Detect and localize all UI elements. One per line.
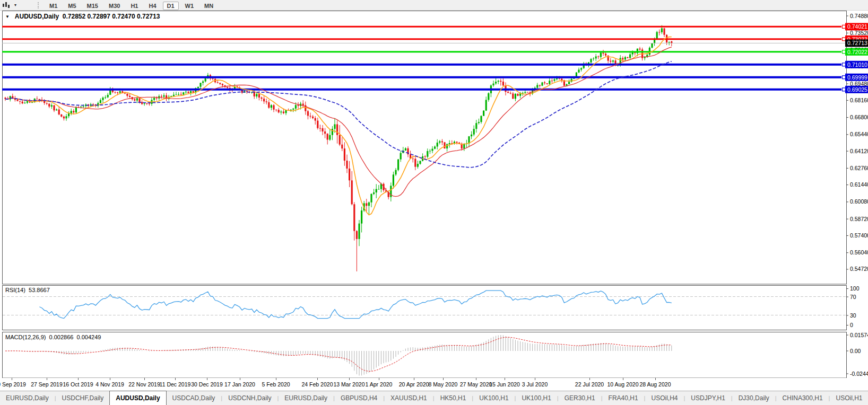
date-label: 16 Oct 2019 <box>63 381 93 388</box>
rsi-label: RSI(14) 53.8667 <box>5 287 50 293</box>
date-label: 17 Jan 2020 <box>224 381 255 388</box>
macd-main-value: 0.002866 <box>49 334 74 340</box>
timeframe-button-m1[interactable]: M1 <box>45 2 62 10</box>
date-tick <box>476 378 476 380</box>
date-tick <box>207 378 207 380</box>
timeframe-button-m30[interactable]: M30 <box>105 2 124 10</box>
svg-text:0.72022: 0.72022 <box>847 49 867 55</box>
date-label: 11 Dec 2019 <box>160 381 191 388</box>
date-tick <box>414 378 414 380</box>
date-tick <box>349 378 350 380</box>
date-label: 8 May 2020 <box>429 381 458 388</box>
tab-usdchf-daily[interactable]: USDCHF,Daily <box>56 391 110 405</box>
tab-eurusd-daily[interactable]: EURUSD,Daily <box>0 391 55 405</box>
chart-tool-icon[interactable] <box>4 2 13 8</box>
price-tick-label: 0.73520 <box>850 30 868 36</box>
price-tick-label: 0.57400 <box>850 232 868 239</box>
date-axis: 9 Sep 201927 Sep 201916 Oct 20194 Nov 20… <box>0 378 868 391</box>
tab-xauusd-h1[interactable]: XAUUSD,H1 <box>385 391 433 405</box>
price-badge-0.74021: 0.74021 <box>845 23 868 30</box>
date-tick <box>144 378 145 380</box>
macd-scale-label: 0.015741 <box>850 332 868 338</box>
date-tick <box>535 378 535 380</box>
macd-label: MACD(12,26,9) 0.002866 0.004249 <box>5 334 101 340</box>
tab-usdcnh-daily[interactable]: USDCNH,Daily <box>222 391 277 405</box>
tab-fra40-h1[interactable]: FRA40,H1 <box>603 391 644 405</box>
tab-audusd-daily[interactable]: AUDUSD,Daily <box>109 391 166 405</box>
timeframe-button-m15[interactable]: M15 <box>83 2 102 10</box>
tab-usdcad-daily[interactable]: USDCAD,Daily <box>167 391 221 405</box>
chart-title: ▼ AUDUSD,Daily 0.72852 0.72897 0.72470 0… <box>5 13 160 20</box>
date-tick <box>317 378 318 380</box>
tab-uk100-h1[interactable]: UK100,H1 <box>473 391 514 405</box>
date-label: 28 Aug 2020 <box>640 381 671 388</box>
date-tick <box>505 378 505 380</box>
price-tick-label: 0.74880 <box>850 13 868 19</box>
chevron-down-icon[interactable]: ▾ <box>14 3 16 7</box>
macd-signal-value: 0.004249 <box>77 334 101 340</box>
svg-text:0.69025: 0.69025 <box>847 86 867 93</box>
price-tick-label: 0.66800 <box>850 114 868 120</box>
macd-scale-label: 0.00 <box>850 348 861 354</box>
date-tick <box>655 378 656 380</box>
rsi-scale-label: 30 <box>850 312 856 319</box>
date-label: 10 Aug 2020 <box>607 381 639 388</box>
main-chart-canvas[interactable]: 0.748800.735200.721600.708400.694800.681… <box>2 11 868 285</box>
price-tick-label: 0.61440 <box>850 181 868 188</box>
date-tick <box>623 378 623 380</box>
date-label: 15 Jun 2020 <box>489 381 520 388</box>
date-tick <box>443 378 444 380</box>
timeframe-button-h4[interactable]: H4 <box>144 2 160 10</box>
date-tick <box>175 378 176 380</box>
tab-gbpusd-h4[interactable]: GBPUSD,H4 <box>335 391 383 405</box>
timeframe-button-h1[interactable]: H1 <box>126 2 142 10</box>
date-label: 9 Sep 2019 <box>0 381 26 388</box>
rsi-scale-label: 0 <box>850 322 853 328</box>
date-label: 27 Sep 2019 <box>31 381 63 388</box>
price-tick-label: 0.56040 <box>850 249 868 256</box>
date-tick <box>276 378 276 380</box>
toolbar-grip <box>38 2 39 8</box>
timeframe-button-m5[interactable]: M5 <box>64 2 80 10</box>
price-tick-label: 0.64120 <box>850 148 868 154</box>
svg-text:0.74021: 0.74021 <box>847 23 867 30</box>
macd-indicator-canvas[interactable]: 0.0157410.00-0.02441 <box>2 332 868 378</box>
price-badge-0.71010: 0.71010 <box>845 61 868 68</box>
timeframe-button-d1[interactable]: D1 <box>163 2 179 10</box>
date-tick <box>12 378 12 380</box>
macd-name: MACD(12,26,9) <box>5 334 46 340</box>
tab-hk50-h1[interactable]: HK50,H1 <box>435 391 472 405</box>
chart-tab-bar: EURUSD,Daily|USDCHF,DailyAUDUSD,DailyUSD… <box>0 391 868 405</box>
tab-uk100-h1[interactable]: UK100,H1 <box>516 391 557 405</box>
timeframe-button-w1[interactable]: W1 <box>181 2 198 10</box>
tab-dj30-daily[interactable]: DJ30,Daily <box>733 391 775 405</box>
tab-usoil-h1[interactable]: USOil,H1 <box>830 391 868 405</box>
timeframe-toolbar: ▾ M1M5M15M30H1H4D1W1MN <box>0 0 868 11</box>
date-label: 30 Dec 2019 <box>191 381 223 388</box>
price-tick-label: 0.62760 <box>850 165 868 171</box>
date-label: 22 Jul 2020 <box>575 381 604 388</box>
collapse-triangle-icon[interactable]: ▼ <box>5 14 10 19</box>
date-label: 3 Jul 2020 <box>522 381 548 388</box>
timeframe-buttons: M1M5M15M30H1H4D1W1MN <box>44 1 219 10</box>
date-tick <box>589 378 590 380</box>
tab-usoil-h4[interactable]: USOil,H4 <box>645 391 683 405</box>
tabs: EURUSD,Daily|USDCHF,DailyAUDUSD,DailyUSD… <box>0 391 868 405</box>
price-tick-label: 0.65440 <box>850 131 868 137</box>
date-label: 13 Mar 2020 <box>334 381 365 388</box>
rsi-scale-label: 100 <box>850 285 860 292</box>
tab-china300-h1[interactable]: CHINA300,H1 <box>777 391 829 405</box>
date-label: 24 Feb 2020 <box>302 381 333 388</box>
tab-eurusd-daily[interactable]: EURUSD,Daily <box>279 391 333 405</box>
tab-usdjpy-h1[interactable]: USDJPY,H1 <box>685 391 731 405</box>
price-badge-0.72022: 0.72022 <box>845 48 868 56</box>
price-badge-0.69999: 0.69999 <box>845 74 868 81</box>
timeframe-button-mn[interactable]: MN <box>200 2 218 10</box>
price-tick-label: 0.60080 <box>850 198 868 205</box>
date-tick <box>110 378 110 380</box>
rsi-scale-label: 70 <box>850 294 856 300</box>
rsi-indicator-canvas[interactable]: 10070300 <box>2 285 868 331</box>
date-label: 4 Nov 2019 <box>96 381 124 388</box>
macd-scale-label: -0.02441 <box>850 371 868 377</box>
tab-ger30-h1[interactable]: GER30,H1 <box>559 391 601 405</box>
